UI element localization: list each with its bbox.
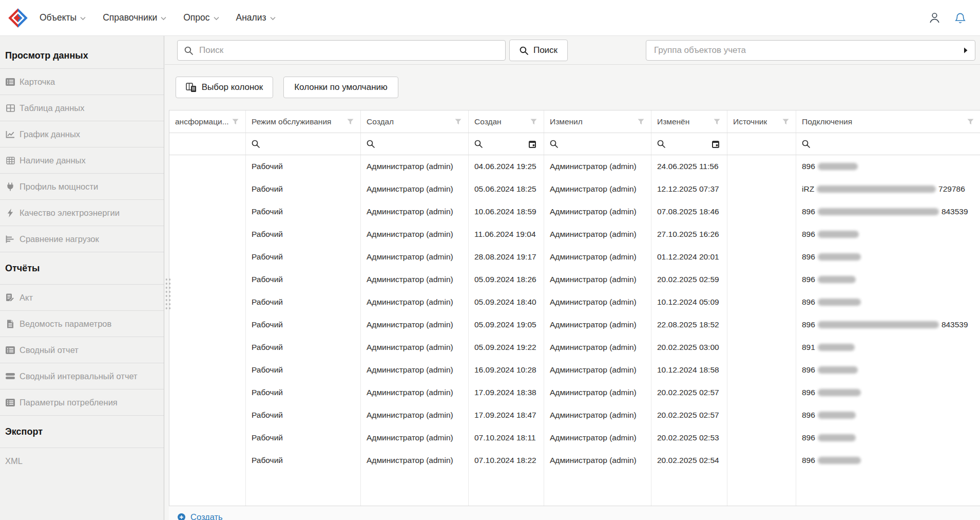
- nav-right: [928, 11, 980, 25]
- column-header[interactable]: Изменён: [651, 110, 727, 133]
- funnel-icon[interactable]: [967, 119, 974, 125]
- funnel-icon[interactable]: [714, 119, 720, 125]
- cell-transformer: [169, 426, 246, 449]
- cell-modified: 20.02.2025 02:59: [651, 268, 727, 291]
- table-row[interactable]: РабочийАдминистратор (admin)05.09.2024 1…: [169, 268, 980, 291]
- sidebar: Просмотр данныхКарточкаТаблица данныхГра…: [0, 36, 164, 520]
- search-icon[interactable]: [474, 140, 483, 148]
- sidebar-item[interactable]: Карточка: [0, 68, 164, 95]
- column-header[interactable]: Создан: [469, 110, 544, 133]
- funnel-icon[interactable]: [232, 119, 239, 125]
- search-icon[interactable]: [657, 140, 665, 148]
- sidebar-item[interactable]: Ведомость параметров: [0, 310, 164, 337]
- connection-blurred-value: [818, 163, 858, 170]
- table-row[interactable]: РабочийАдминистратор (admin)10.06.2024 1…: [169, 200, 980, 223]
- sidebar-item[interactable]: Сводный отчет: [0, 337, 164, 363]
- table-row[interactable]: РабочийАдминистратор (admin)28.08.2024 1…: [169, 246, 980, 268]
- funnel-icon[interactable]: [455, 119, 462, 125]
- column-header[interactable]: Создал: [361, 110, 469, 133]
- create-link-label: Создать: [190, 512, 223, 520]
- funnel-icon[interactable]: [782, 119, 789, 125]
- search-icon[interactable]: [252, 140, 260, 148]
- cell-source: [727, 426, 796, 449]
- search-icon[interactable]: [802, 140, 810, 148]
- group-input[interactable]: [653, 45, 959, 56]
- table-row[interactable]: РабочийАдминистратор (admin)16.09.2024 1…: [169, 359, 980, 381]
- cell-service-mode: Рабочий: [246, 336, 361, 359]
- table-row[interactable]: РабочийАдминистратор (admin)07.10.2024 1…: [169, 449, 980, 472]
- connection-prefix: 896: [802, 320, 815, 329]
- select-columns-label: Выбор колонок: [202, 82, 263, 92]
- filter-cell[interactable]: [544, 133, 651, 155]
- notifications-bell-icon[interactable]: [954, 11, 967, 25]
- default-columns-label: Колонки по умолчанию: [294, 82, 388, 92]
- search-icon[interactable]: [550, 140, 558, 148]
- cell-connections: 896: [796, 291, 980, 313]
- table-row[interactable]: РабочийАдминистратор (admin)05.06.2024 1…: [169, 178, 980, 200]
- calendar-icon[interactable]: [712, 140, 720, 148]
- sidebar-item[interactable]: Профиль мощности: [0, 173, 164, 199]
- nav-menu-item[interactable]: Справочники: [103, 12, 166, 23]
- expand-arrow-icon[interactable]: [963, 47, 968, 54]
- search-button[interactable]: Поиск: [509, 40, 568, 61]
- cell-service-mode: Рабочий: [246, 449, 361, 472]
- sidebar-item[interactable]: Акт: [0, 284, 164, 310]
- table-row[interactable]: РабочийАдминистратор (admin)17.09.2024 1…: [169, 404, 980, 426]
- cell-created: 05.09.2024 18:40: [469, 291, 544, 313]
- table-row[interactable]: РабочийАдминистратор (admin)04.06.2024 1…: [169, 155, 980, 178]
- column-header[interactable]: Режим обслуживания: [246, 110, 361, 133]
- table-row[interactable]: РабочийАдминистратор (admin)05.09.2024 1…: [169, 313, 980, 336]
- search-icon[interactable]: [367, 140, 375, 148]
- filter-cell[interactable]: [651, 133, 727, 155]
- sidebar-splitter[interactable]: [165, 277, 171, 309]
- funnel-icon[interactable]: [347, 119, 354, 125]
- search-input[interactable]: [198, 45, 505, 56]
- create-link[interactable]: Создать: [177, 512, 223, 520]
- calendar-icon[interactable]: [528, 140, 536, 148]
- cell-created-by: Администратор (admin): [361, 404, 469, 426]
- data-table-icon: [5, 104, 15, 112]
- filter-cell[interactable]: [796, 133, 980, 155]
- table-row[interactable]: РабочийАдминистратор (admin)11.06.2024 1…: [169, 223, 980, 246]
- sidebar-item-label: Таблица данных: [20, 103, 84, 113]
- sidebar-item-label: Ведомость параметров: [20, 319, 111, 329]
- sidebar-item[interactable]: График данных: [0, 121, 164, 147]
- sidebar-item[interactable]: Качество электроэнергии: [0, 199, 164, 226]
- user-icon[interactable]: [928, 11, 941, 25]
- sidebar-item[interactable]: Параметры потребления: [0, 389, 164, 415]
- cell-modified: 12.12.2025 07:37: [651, 178, 727, 200]
- nav-menu-item[interactable]: Объекты: [40, 12, 86, 23]
- column-header[interactable]: Изменил: [544, 110, 651, 133]
- filler-cell: [796, 472, 980, 506]
- cell-service-mode: Рабочий: [246, 200, 361, 223]
- nav-menu-item[interactable]: Опрос: [183, 12, 219, 23]
- filter-cell[interactable]: [246, 133, 361, 155]
- sidebar-item[interactable]: Сравнение нагрузок: [0, 226, 164, 252]
- interval-rows-icon: [5, 373, 15, 380]
- filter-cell[interactable]: [361, 133, 469, 155]
- connection-blurred-value: [818, 366, 858, 374]
- sidebar-item[interactable]: Таблица данных: [0, 95, 164, 121]
- column-header[interactable]: ансформаци...: [169, 110, 246, 133]
- nav-menu-item[interactable]: Анализ: [236, 12, 276, 23]
- cell-connections: 896843539: [796, 313, 980, 336]
- select-columns-button[interactable]: Выбор колонок: [176, 77, 273, 98]
- app-logo-icon[interactable]: [8, 8, 28, 28]
- funnel-icon[interactable]: [530, 119, 537, 125]
- default-columns-button[interactable]: Колонки по умолчанию: [283, 77, 398, 98]
- connection-prefix: 896: [802, 275, 815, 284]
- table-row[interactable]: РабочийАдминистратор (admin)05.09.2024 1…: [169, 336, 980, 359]
- column-header[interactable]: Источник: [727, 110, 796, 133]
- table-row[interactable]: РабочийАдминистратор (admin)07.10.2024 1…: [169, 426, 980, 449]
- cell-created-by: Администратор (admin): [361, 268, 469, 291]
- column-header[interactable]: Подключения: [796, 110, 980, 133]
- cell-created-by: Администратор (admin): [361, 313, 469, 336]
- table-row[interactable]: РабочийАдминистратор (admin)17.09.2024 1…: [169, 381, 980, 404]
- funnel-icon[interactable]: [638, 119, 644, 125]
- sidebar-item[interactable]: Сводный интервальный отчет: [0, 363, 164, 389]
- table-row[interactable]: РабочийАдминистратор (admin)05.09.2024 1…: [169, 291, 980, 313]
- filter-cell[interactable]: [469, 133, 544, 155]
- sidebar-item[interactable]: XML: [0, 448, 164, 474]
- content: Поиск Выбор колонок Кол: [165, 36, 980, 520]
- sidebar-item[interactable]: Наличие данных: [0, 147, 164, 173]
